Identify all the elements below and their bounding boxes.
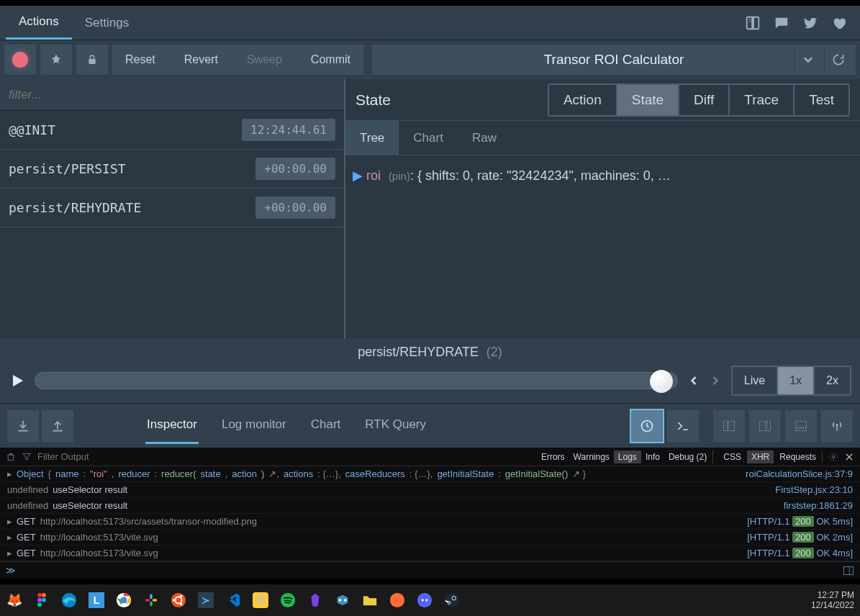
next-button[interactable] (708, 373, 723, 388)
state-tab-diff[interactable]: Diff (679, 85, 730, 115)
tab-settings[interactable]: Settings (72, 6, 142, 40)
spotify-icon[interactable] (279, 592, 297, 609)
speed-2x[interactable]: 2x (815, 367, 850, 394)
console-row[interactable]: ▸ GET http://localhost:5173/vite.svg[HTT… (0, 545, 860, 561)
discord-icon[interactable] (416, 592, 433, 609)
gear-icon[interactable] (828, 452, 838, 462)
tab-actions[interactable]: Actions (6, 6, 72, 40)
console-section-xhr[interactable]: XHR (747, 450, 774, 463)
funnel-icon[interactable] (22, 452, 32, 462)
console-row[interactable]: undefined useSelector resultfirststep:18… (0, 498, 860, 514)
state-tab-trace[interactable]: Trace (730, 85, 795, 115)
console-pill-errors[interactable]: Errors (537, 450, 569, 463)
layout-right-button[interactable] (749, 410, 781, 442)
terminal-icon (676, 419, 690, 433)
tree-expand-icon[interactable]: ▶ (353, 168, 366, 183)
bottom-tab-log-monitor[interactable]: Log monitor (220, 407, 288, 444)
files-icon[interactable] (361, 592, 379, 609)
record-button[interactable] (4, 45, 36, 75)
state-tree[interactable]: ▶ roi (pin): { shifts: 0, rate: "3242423… (345, 155, 860, 196)
figma-icon[interactable] (33, 592, 50, 609)
action-row[interactable]: @@INIT12:24:44.61 (0, 111, 344, 150)
panel-split-icon[interactable] (843, 566, 854, 576)
console-section-css[interactable]: CSS (719, 450, 746, 463)
pin-button[interactable] (40, 45, 72, 75)
prev-button[interactable] (687, 373, 701, 388)
subtab-chart[interactable]: Chart (399, 121, 458, 155)
console-pill-debug[interactable]: Debug (2) (664, 450, 711, 463)
state-tab-action[interactable]: Action (549, 85, 617, 115)
chat-icon[interactable] (774, 15, 789, 31)
download-button[interactable] (7, 410, 39, 442)
svg-rect-6 (760, 421, 766, 430)
taskbar-clock[interactable]: 12:27 PM 12/14/2022 (811, 590, 854, 611)
upload-button[interactable] (42, 410, 73, 442)
state-tab-test[interactable]: Test (795, 85, 848, 115)
dropdown-button[interactable] (794, 46, 821, 73)
svg-point-17 (42, 598, 46, 602)
postman-icon[interactable] (389, 592, 406, 609)
commit-button[interactable]: Commit (298, 45, 363, 75)
slider-thumb[interactable] (650, 370, 673, 393)
ubuntu-icon[interactable] (170, 592, 187, 609)
console-filter-input[interactable] (37, 451, 158, 462)
clock-button[interactable] (631, 410, 663, 442)
app-m-icon[interactable]: Ⓜ (252, 592, 269, 609)
action-row[interactable]: persist/PERSIST+00:00.00 (0, 150, 344, 189)
lock-button[interactable] (76, 45, 108, 75)
trash-icon[interactable] (6, 452, 16, 462)
layout-bottom-button[interactable] (785, 410, 817, 442)
svg-point-37 (425, 599, 427, 602)
speed-1x[interactable]: 1x (778, 367, 815, 394)
obsidian-icon[interactable] (307, 592, 324, 609)
prompt-icon: ≫ (6, 565, 16, 576)
edge-icon[interactable] (60, 592, 78, 609)
terminal-button[interactable] (667, 410, 699, 442)
console-row[interactable]: ▸ GET http://localhost:5173/vite.svg[HTT… (0, 530, 860, 545)
twitter-icon[interactable] (802, 15, 818, 31)
revert-button[interactable]: Revert (171, 45, 231, 75)
bottom-tab-inspector[interactable]: Inspector (145, 407, 199, 444)
book-icon[interactable] (745, 15, 761, 31)
svg-point-11 (832, 456, 835, 458)
refresh-button[interactable] (824, 46, 851, 73)
action-row[interactable]: persist/REHYDRATE+00:00.00 (0, 189, 344, 227)
console-pill-info[interactable]: Info (641, 450, 664, 463)
download-icon (16, 419, 30, 433)
state-tab-state[interactable]: State (617, 85, 679, 115)
heart-icon[interactable] (831, 15, 847, 31)
app-l-icon[interactable]: L (88, 592, 105, 609)
close-icon[interactable] (844, 452, 854, 462)
speed-live[interactable]: Live (733, 367, 778, 394)
godot-icon[interactable] (334, 592, 351, 609)
layout-left-button[interactable] (713, 410, 745, 442)
slack-icon[interactable] (142, 592, 160, 609)
console-row[interactable]: ▸ Object { name: "roi", reducer: reducer… (0, 466, 860, 482)
app-header: Actions Settings (0, 6, 860, 40)
vscode-icon[interactable] (225, 592, 242, 609)
filter-input[interactable] (9, 88, 335, 102)
console-section-requests[interactable]: Requests (775, 450, 820, 463)
steam-icon[interactable] (443, 592, 461, 609)
bottom-tab-rtk-query[interactable]: RTK Query (363, 407, 427, 444)
chrome-icon[interactable] (115, 592, 132, 609)
os-taskbar: 🦊 L ≻ Ⓜ 12:27 PM 12/14/2022 (0, 584, 860, 616)
bottom-tab-chart[interactable]: Chart (309, 407, 343, 444)
svg-rect-8 (796, 421, 807, 427)
console-pill-logs[interactable]: Logs (614, 450, 641, 463)
console-pill-warnings[interactable]: Warnings (569, 450, 614, 463)
action-list: @@INIT12:24:44.61persist/PERSIST+00:00.0… (0, 111, 344, 338)
powershell-icon[interactable]: ≻ (197, 592, 214, 609)
subtab-tree[interactable]: Tree (345, 121, 399, 155)
subtab-raw[interactable]: Raw (458, 121, 511, 155)
play-button[interactable] (9, 372, 26, 389)
timeline-slider[interactable] (35, 372, 678, 389)
console-prompt[interactable]: ≫ (0, 561, 860, 579)
reset-button[interactable]: Reset (112, 45, 168, 75)
console-row[interactable]: ▸ GET http://localhost:5173/src/assets/t… (0, 514, 860, 530)
console-row[interactable]: undefined useSelector resultFirstStep.js… (0, 482, 860, 498)
layout-right-icon (758, 419, 772, 433)
sweep-button[interactable]: Sweep (234, 45, 295, 75)
firefox-icon[interactable]: 🦊 (6, 592, 23, 609)
broadcast-button[interactable] (821, 410, 853, 442)
